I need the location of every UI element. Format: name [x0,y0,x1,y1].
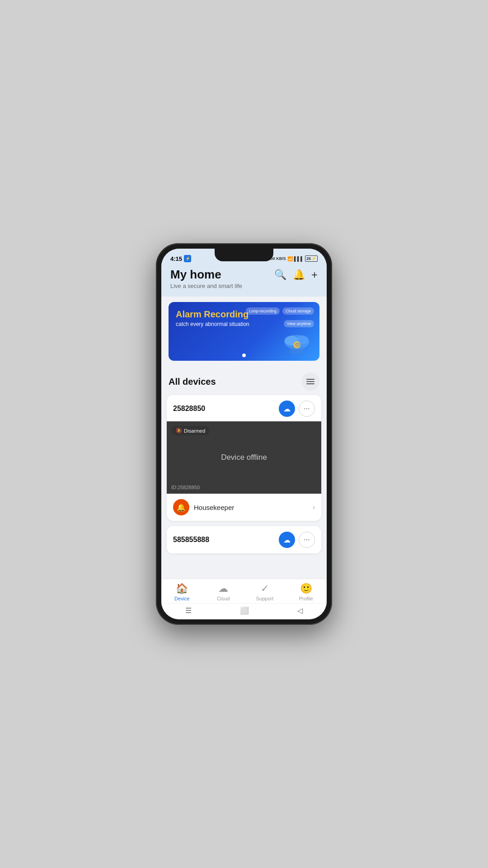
filter-menu-button[interactable] [301,373,319,391]
ellipsis-icon-2: ··· [304,536,310,544]
support-nav-label: Support [256,596,273,601]
device-1-more-button[interactable]: ··· [299,401,315,417]
device-2-more-button[interactable]: ··· [299,532,315,548]
bell-icon[interactable]: 🔔 [293,269,305,281]
search-icon[interactable]: 🔍 [274,269,286,281]
header-top: My home 🔍 🔔 + [170,268,318,282]
bell-icon-small: 🔔 [177,503,186,512]
nav-item-device[interactable]: 🏠 Device [169,583,196,601]
banner-tag-cloud: Cloud storage [282,307,314,315]
signal-icon: ▌▌▌ [294,256,304,261]
device-2-cloud-button[interactable]: ☁ [279,532,295,548]
housekeeper-row[interactable]: 🔔 Housekeeper › [167,494,321,521]
device-card-1: 25828850 ☁ ··· 🔕 Disarmed [167,395,321,521]
cloud-icon-2: ☁ [283,536,291,544]
offline-text: Device offline [221,453,267,462]
bell-off-icon: 🔕 [176,428,182,434]
header: My home 🔍 🔔 + Live a secure and smart li… [161,265,327,297]
android-menu-button[interactable]: ☰ [185,606,192,615]
status-time: 4:15 [170,255,182,262]
ellipsis-icon: ··· [304,405,310,413]
cloud-download-icon: ☁ [283,405,291,413]
banner-tag-loop: Loop-recording [246,307,280,315]
android-back-button[interactable]: ◁ [297,606,303,615]
bottom-nav: 🏠 Device ☁ Cloud ✓ Support 🙂 Profile [161,579,327,603]
devices-title: All devices [169,377,216,387]
profile-nav-label: Profile [299,596,313,601]
device-2-id: 585855888 [173,536,209,544]
status-right: 200 KB/S 📶 ▌▌▌ 26 ⚡ [268,255,318,262]
device-card-2: 585855888 ☁ ··· [167,526,321,554]
battery-icon: 26 ⚡ [305,255,318,262]
notch [215,249,273,261]
device-preview-id: ID:25828850 [171,485,200,490]
nav-item-support[interactable]: ✓ Support [251,583,278,601]
page-title: My home [170,268,221,282]
housekeeper-label: Housekeeper [194,504,313,511]
menu-icon [306,379,314,384]
phone-shell: 4:15 ⚡ 200 KB/S 📶 ▌▌▌ 26 ⚡ My home 🔍 🔔 [156,243,332,625]
devices-section-header: All devices [161,366,327,395]
phone-screen: 4:15 ⚡ 200 KB/S 📶 ▌▌▌ 26 ⚡ My home 🔍 🔔 [161,249,327,619]
android-home-button[interactable]: ⬜ [240,606,249,615]
usb-icon: ⚡ [184,255,191,262]
banner-tag-view: View anytime [284,320,314,327]
support-nav-icon: ✓ [261,583,269,594]
device-1-preview[interactable]: 🔕 Disarmed Device offline ID:25828850 [167,421,321,494]
banner-cloud-graphic: 🛡 [279,331,315,356]
svg-text:🛡: 🛡 [296,343,300,348]
header-subtitle: Live a secure and smart life [170,283,318,289]
cloud-nav-icon: ☁ [218,583,228,594]
banner-indicator [242,354,246,357]
header-icons: 🔍 🔔 + [274,269,318,281]
device-1-actions: ☁ ··· [279,401,315,417]
nav-item-cloud[interactable]: ☁ Cloud [210,583,237,601]
wifi-icon: 📶 [287,256,293,261]
device-1-id: 25828850 [173,405,205,413]
scroll-content[interactable]: Alarm Recording catch every abnormal sit… [161,297,327,579]
device-2-actions: ☁ ··· [279,532,315,548]
device-card-1-header: 25828850 ☁ ··· [167,395,321,421]
disarmed-badge: 🔕 Disarmed [171,426,210,435]
device-nav-label: Device [174,596,190,601]
divider [173,553,315,554]
chevron-right-icon: › [313,503,315,511]
add-icon[interactable]: + [311,269,318,281]
nav-item-profile[interactable]: 🙂 Profile [292,583,319,601]
cloud-nav-label: Cloud [217,596,230,601]
status-left: 4:15 ⚡ [170,255,191,262]
device-card-2-header: 585855888 ☁ ··· [167,526,321,553]
home-nav-icon: 🏠 [176,583,188,594]
android-nav: ☰ ⬜ ◁ [161,603,327,619]
promo-banner[interactable]: Alarm Recording catch every abnormal sit… [169,302,319,361]
banner-tags: Loop-recording Cloud storage [246,307,314,315]
device-1-cloud-button[interactable]: ☁ [279,401,295,417]
profile-nav-icon: 🙂 [300,583,312,594]
housekeeper-icon: 🔔 [173,499,189,515]
